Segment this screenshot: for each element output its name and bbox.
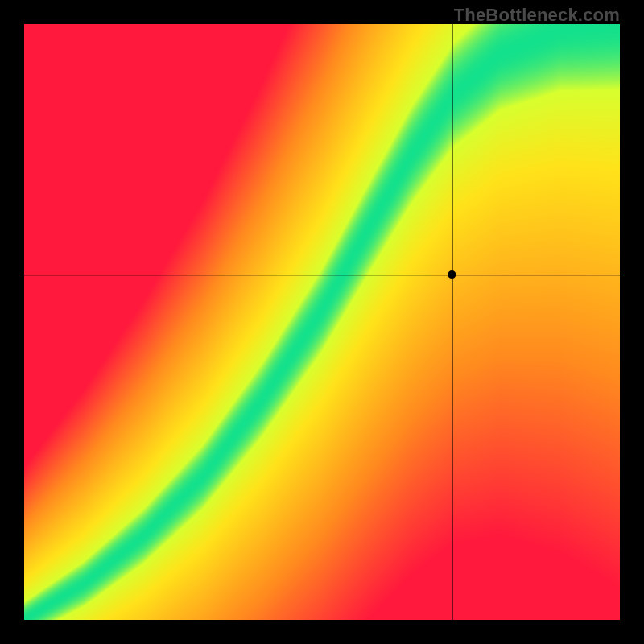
watermark-text: TheBottleneck.com xyxy=(454,5,620,26)
chart-frame: TheBottleneck.com xyxy=(0,0,644,644)
heatmap-canvas xyxy=(24,24,620,620)
